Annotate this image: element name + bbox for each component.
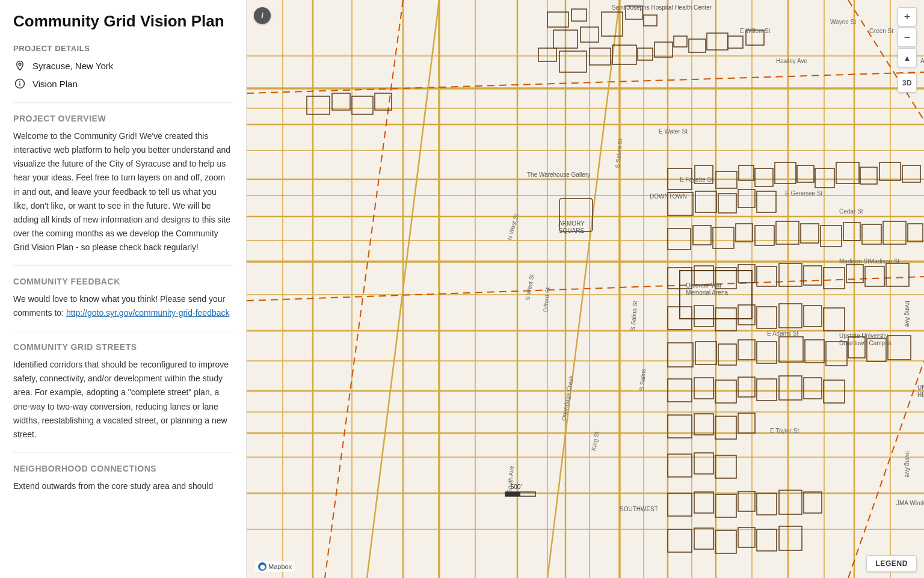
community-grid-streets-body: Identified corridors that should be reco…: [13, 358, 233, 441]
neighborhood-connections-title: Neighborhood Connections: [13, 464, 233, 473]
community-grid-streets-title: Community Grid Streets: [13, 342, 233, 352]
project-overview-body: Welcome to the Community Grid! We've cre…: [13, 129, 233, 254]
svg-text:UNIVERSITY: UNIVERSITY: [917, 384, 924, 391]
svg-rect-212: [505, 492, 520, 496]
svg-text:Upstate University: Upstate University: [839, 333, 888, 339]
svg-text:E Willow St: E Willow St: [740, 28, 771, 34]
svg-text:ARMORY: ARMORY: [558, 220, 585, 227]
legend-button[interactable]: LEGEND: [866, 555, 917, 572]
community-feedback-title: Community Feedback: [13, 277, 233, 286]
svg-text:ArtRage Gallery: ArtRage Gallery: [920, 58, 924, 64]
mapbox-label: Mapbox: [268, 563, 292, 570]
community-feedback-body: We would love to know what you think! Pl…: [13, 292, 233, 320]
map-controls: + − ▲ 3D: [898, 7, 917, 93]
feedback-link[interactable]: http://goto.syr.gov/community-grid-feedb…: [66, 308, 230, 318]
map-svg: Saint Josephs Hospital Health Center E W…: [247, 0, 924, 578]
neighborhood-connections-body: Extend outwards from the core study area…: [13, 479, 233, 493]
divider-1: [13, 102, 233, 103]
type-text: Vision Plan: [32, 79, 78, 89]
map-area[interactable]: Saint Josephs Hospital Health Center E W…: [247, 0, 924, 578]
svg-text:The Warehouse Gallery: The Warehouse Gallery: [527, 171, 590, 178]
svg-text:E Taylor St: E Taylor St: [770, 428, 799, 434]
svg-text:DOWNTOWN: DOWNTOWN: [650, 193, 687, 200]
project-details-section: Project Details Syracuse, New York Visio…: [13, 44, 233, 90]
community-feedback-section: Community Feedback We would love to know…: [13, 277, 233, 320]
svg-text:Cedar St: Cedar St: [839, 208, 863, 215]
svg-text:Saint Josephs Hospital Health : Saint Josephs Hospital Health Center: [612, 4, 712, 11]
svg-text:Memorial Arena: Memorial Arena: [686, 289, 728, 296]
reset-bearing-button[interactable]: ▲: [898, 48, 917, 67]
svg-text:Madison St: Madison St: [839, 258, 869, 265]
svg-text:E Fayette St: E Fayette St: [680, 176, 713, 183]
map-info-button[interactable]: i: [254, 7, 271, 24]
svg-text:Irving Ave: Irving Ave: [904, 451, 911, 478]
info-icon: i: [261, 11, 263, 20]
project-details-label: Project Details: [13, 44, 233, 53]
view-3d-button[interactable]: 3D: [898, 73, 917, 93]
svg-text:E Adams St: E Adams St: [767, 330, 798, 337]
svg-text:E Genesee St: E Genesee St: [785, 190, 822, 197]
type-row: Vision Plan: [13, 77, 233, 90]
svg-text:500': 500': [511, 484, 522, 490]
community-grid-streets-section: Community Grid Streets Identified corrid…: [13, 342, 233, 441]
location-row: Syracuse, New York: [13, 59, 233, 72]
divider-4: [13, 452, 233, 453]
page-title: Community Grid Vision Plan: [13, 12, 233, 31]
location-text: Syracuse, New York: [32, 61, 113, 71]
mapbox-icon: ⬤: [258, 562, 266, 571]
svg-text:E Water St: E Water St: [659, 128, 688, 135]
divider-3: [13, 331, 233, 331]
svg-text:JMA Wireless Dome: JMA Wireless Dome: [896, 500, 924, 506]
divider-2: [13, 265, 233, 266]
left-panel: Community Grid Vision Plan Project Detai…: [0, 0, 247, 578]
project-overview-title: Project Overview: [13, 114, 233, 123]
location-icon: [13, 59, 26, 72]
svg-text:Orcenter War: Orcenter War: [686, 282, 722, 289]
mapbox-logo: ⬤ Mapbox: [255, 561, 295, 572]
svg-point-0: [19, 63, 21, 66]
project-overview-section: Project Overview Welcome to the Communit…: [13, 114, 233, 254]
svg-text:Downtown Campus: Downtown Campus: [839, 340, 892, 346]
svg-text:Wayne St: Wayne St: [830, 19, 856, 25]
zoom-out-button[interactable]: −: [898, 28, 917, 47]
zoom-in-button[interactable]: +: [898, 7, 917, 26]
info-circle-icon: [13, 77, 26, 90]
svg-text:Hawley Ave: Hawley Ave: [776, 58, 808, 64]
svg-text:SOUTHWEST: SOUTHWEST: [620, 506, 658, 512]
svg-text:Irving Ave: Irving Ave: [904, 301, 911, 327]
svg-text:Madison St: Madison St: [869, 258, 899, 265]
svg-text:SQUARE: SQUARE: [559, 227, 585, 234]
neighborhood-connections-section: Neighborhood Connections Extend outwards…: [13, 464, 233, 493]
svg-text:HILL: HILL: [917, 392, 924, 398]
svg-text:Green St: Green St: [869, 28, 893, 34]
